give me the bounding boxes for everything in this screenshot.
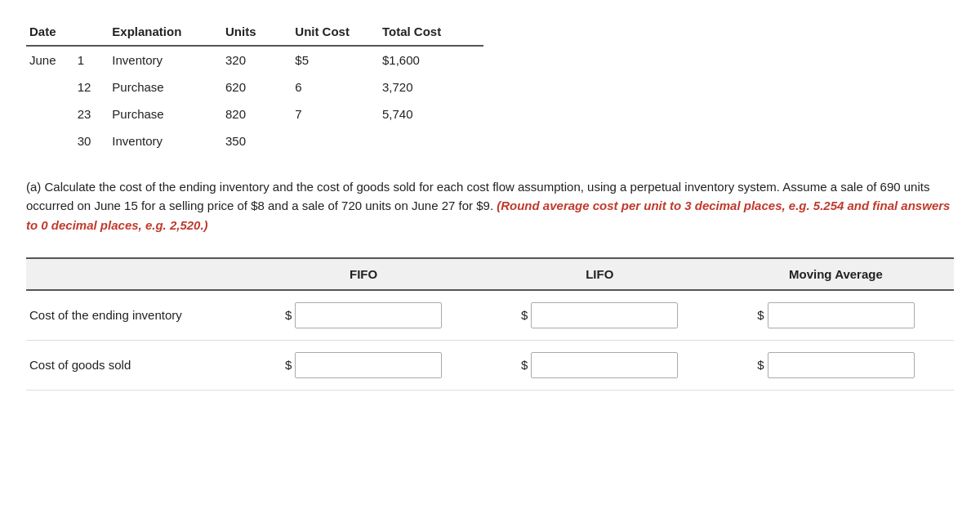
unit-cost-header: Unit Cost bbox=[292, 20, 379, 46]
cogs-row: Cost of goods sold $ $ $ bbox=[26, 340, 954, 390]
lifo-ending-dollar: $ bbox=[521, 308, 528, 322]
answer-table: FIFO LIFO Moving Average Cost of the end… bbox=[26, 257, 954, 391]
answer-label-header bbox=[26, 258, 246, 290]
row-month-1 bbox=[26, 74, 74, 100]
fifo-header: FIFO bbox=[246, 258, 482, 290]
moving-average-header: Moving Average bbox=[718, 258, 954, 290]
row-units-3: 350 bbox=[222, 127, 292, 154]
row-day-0: 1 bbox=[74, 46, 109, 74]
units-header: Units bbox=[222, 20, 292, 46]
inventory-table: Date Explanation Units Unit Cost Total C… bbox=[26, 20, 483, 154]
fifo-ending-cell: $ bbox=[246, 290, 482, 341]
table-row: 12 Purchase 620 6 3,720 bbox=[26, 74, 483, 100]
row-explanation-2: Purchase bbox=[109, 100, 222, 127]
ma-ending-dollar: $ bbox=[757, 308, 764, 322]
ma-cogs-dollar: $ bbox=[757, 358, 764, 372]
row-explanation-3: Inventory bbox=[109, 127, 222, 154]
lifo-cogs-input[interactable] bbox=[531, 352, 678, 378]
row-tcost-2: 5,740 bbox=[379, 100, 483, 127]
row-month-0: June bbox=[26, 46, 74, 74]
lifo-cogs-cell: $ bbox=[482, 340, 718, 390]
lifo-header: LIFO bbox=[482, 258, 718, 290]
row-ucost-3 bbox=[292, 127, 379, 154]
row-ucost-0: $5 bbox=[292, 46, 379, 74]
row-tcost-0: $1,600 bbox=[379, 46, 483, 74]
answer-section: FIFO LIFO Moving Average Cost of the end… bbox=[26, 257, 954, 391]
lifo-cogs-dollar: $ bbox=[521, 358, 528, 372]
explanation-header: Explanation bbox=[109, 20, 222, 46]
row-ucost-2: 7 bbox=[292, 100, 379, 127]
row-explanation-0: Inventory bbox=[109, 46, 222, 74]
row-ucost-1: 6 bbox=[292, 74, 379, 100]
row-month-3 bbox=[26, 127, 74, 154]
ending-inventory-label: Cost of the ending inventory bbox=[26, 290, 246, 341]
row-units-1: 620 bbox=[222, 74, 292, 100]
ma-cogs-cell: $ bbox=[718, 340, 954, 390]
fifo-ending-input[interactable] bbox=[295, 302, 442, 328]
row-tcost-3 bbox=[379, 127, 483, 154]
row-units-2: 820 bbox=[222, 100, 292, 127]
fifo-cogs-dollar: $ bbox=[285, 358, 292, 372]
total-cost-header: Total Cost bbox=[379, 20, 483, 46]
row-explanation-1: Purchase bbox=[109, 74, 222, 100]
row-tcost-1: 3,720 bbox=[379, 74, 483, 100]
row-month-2 bbox=[26, 100, 74, 127]
table-row: 30 Inventory 350 bbox=[26, 127, 483, 154]
ma-ending-input[interactable] bbox=[768, 302, 915, 328]
lifo-ending-input[interactable] bbox=[531, 302, 678, 328]
date-header: Date bbox=[26, 20, 109, 46]
ending-inventory-row: Cost of the ending inventory $ $ $ bbox=[26, 290, 954, 341]
fifo-cogs-cell: $ bbox=[246, 340, 482, 390]
row-day-3: 30 bbox=[74, 127, 109, 154]
lifo-ending-cell: $ bbox=[482, 290, 718, 341]
row-units-0: 320 bbox=[222, 46, 292, 74]
fifo-ending-dollar: $ bbox=[285, 308, 292, 322]
row-day-2: 23 bbox=[74, 100, 109, 127]
table-row: June 1 Inventory 320 $5 $1,600 bbox=[26, 46, 483, 74]
table-row: 23 Purchase 820 7 5,740 bbox=[26, 100, 483, 127]
description-block: (a) Calculate the cost of the ending inv… bbox=[26, 177, 954, 234]
row-day-1: 12 bbox=[74, 74, 109, 100]
cogs-label: Cost of goods sold bbox=[26, 340, 246, 390]
fifo-cogs-input[interactable] bbox=[295, 352, 442, 378]
ma-cogs-input[interactable] bbox=[768, 352, 915, 378]
ma-ending-cell: $ bbox=[718, 290, 954, 341]
